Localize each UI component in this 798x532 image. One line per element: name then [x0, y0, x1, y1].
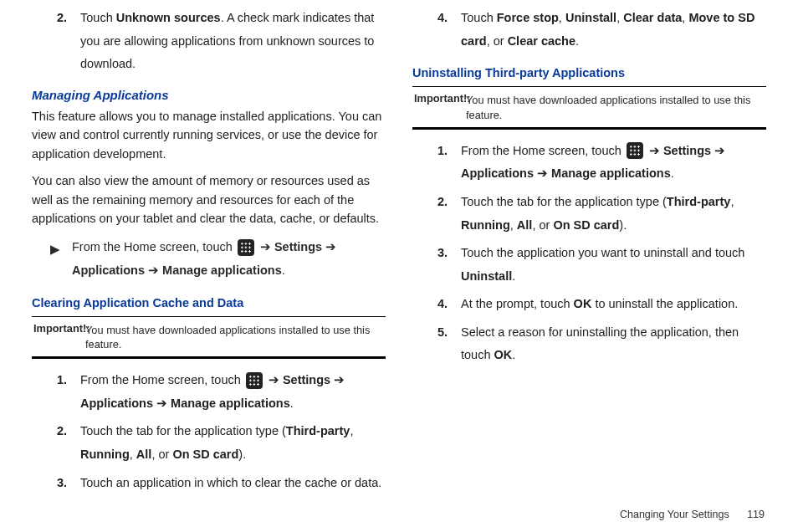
step-number: 5.	[437, 321, 448, 345]
list-item: 1. From the Home screen, touch ➔ Setting…	[437, 140, 766, 186]
body-text: From the Home screen, touch ➔ Settings ➔…	[80, 373, 345, 410]
unknown-sources-list: 2. Touch Unknown sources. A check mark i…	[57, 7, 386, 76]
list-item: 2. Touch Unknown sources. A check mark i…	[57, 7, 386, 76]
step-number: 3.	[437, 242, 448, 265]
important-body: You must have downloaded applications in…	[414, 93, 765, 122]
step-number: 3.	[57, 472, 67, 495]
body-text: You can also view the amount of memory o…	[32, 171, 386, 228]
right-column: 4. Touch Force stop, Uninstall, Clear da…	[412, 7, 766, 524]
heading-managing-applications: Managing Applications	[32, 88, 386, 102]
body-text: Touch an application in which to clear t…	[80, 476, 381, 489]
step-number: 4.	[437, 7, 448, 30]
heading-clearing-cache: Clearing Application Cache and Data	[32, 296, 386, 309]
left-column: 2. Touch Unknown sources. A check mark i…	[32, 7, 386, 524]
body-text: Touch the tab for the application type (…	[461, 195, 734, 232]
important-note: Important!: You must have downloaded app…	[32, 316, 386, 360]
body-text: At the prompt, touch OK to uninstall the…	[461, 297, 738, 310]
list-item: 2. Touch the tab for the application typ…	[57, 420, 386, 466]
list-item: 1. From the Home screen, touch ➔ Setting…	[57, 369, 386, 415]
page: 2. Touch Unknown sources. A check mark i…	[0, 0, 798, 532]
important-body: You must have downloaded applications in…	[33, 323, 384, 352]
list-item: 4. Touch Force stop, Uninstall, Clear da…	[437, 7, 766, 53]
clearing-cache-steps: 1. From the Home screen, touch ➔ Setting…	[57, 369, 386, 494]
force-stop-list: 4. Touch Force stop, Uninstall, Clear da…	[437, 7, 766, 53]
pointer-icon: ▶	[50, 236, 72, 282]
list-item: 5. Select a reason for uninstalling the …	[437, 321, 766, 367]
body-text: This feature allows you to manage instal…	[32, 107, 386, 163]
important-note: Important!: You must have downloaded app…	[412, 86, 766, 130]
body-text: Select a reason for uninstalling the app…	[461, 325, 739, 362]
list-item: 3. Touch an application in which to clea…	[57, 472, 386, 495]
apps-grid-icon	[238, 239, 254, 256]
list-item: 3. Touch the application you want to uni…	[437, 242, 766, 288]
body-text: Touch Force stop, Uninstall, Clear data,…	[461, 11, 755, 48]
step-number: 4.	[437, 293, 448, 316]
step-number: 2.	[57, 420, 67, 443]
footer-section: Changing Your Settings	[620, 509, 729, 520]
body-text: Touch the tab for the application type (…	[80, 424, 353, 461]
nav-instruction: ▶ From the Home screen, touch ➔ Settings…	[50, 236, 386, 282]
step-number: 1.	[57, 369, 67, 392]
step-number: 2.	[437, 191, 448, 214]
list-item: 2. Touch the tab for the application typ…	[437, 191, 766, 237]
heading-uninstalling-third-party: Uninstalling Third-party Applications	[412, 66, 766, 79]
page-number: 119	[747, 509, 765, 520]
page-footer: Changing Your Settings 119	[620, 509, 765, 520]
body-text: From the Home screen, touch ➔ Settings ➔…	[461, 144, 725, 181]
apps-grid-icon	[246, 372, 263, 389]
important-label: Important!:	[33, 322, 90, 335]
body-text: Touch Unknown sources. A check mark indi…	[80, 11, 374, 70]
apps-grid-icon	[627, 142, 643, 159]
step-number: 1.	[437, 140, 448, 163]
uninstall-steps: 1. From the Home screen, touch ➔ Setting…	[437, 140, 766, 367]
list-item: 4. At the prompt, touch OK to uninstall …	[437, 293, 766, 316]
step-number: 2.	[57, 7, 67, 30]
body-text: Touch the application you want to uninst…	[461, 246, 744, 283]
body-text: From the Home screen, touch ➔ Settings ➔…	[72, 236, 386, 282]
important-label: Important!:	[414, 92, 471, 105]
